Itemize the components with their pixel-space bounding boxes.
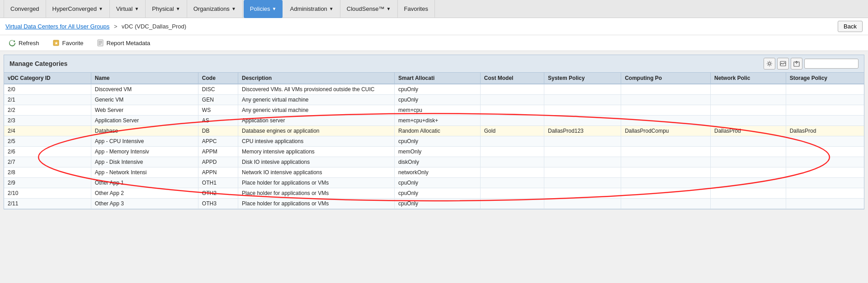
table-cell	[480, 157, 544, 167]
table-cell	[786, 84, 864, 95]
table-cell: 2/3	[4, 116, 91, 126]
back-button[interactable]: Back	[838, 21, 863, 32]
table-cell: 2/4	[4, 126, 91, 136]
table-cell	[711, 147, 786, 157]
table-cell: Network IO intensive applications	[238, 167, 395, 178]
gear-icon	[766, 60, 773, 67]
table-cell	[711, 188, 786, 199]
table-cell	[786, 147, 864, 157]
image-tool-button[interactable]	[777, 58, 789, 70]
table-row[interactable]: 2/2Web ServerWSAny generic virtual machi…	[4, 105, 864, 116]
col-header-smart: Smart Allocati	[395, 73, 481, 84]
table-cell	[544, 147, 621, 157]
breadcrumb-link[interactable]: Virtual Data Centers for All User Groups	[5, 23, 109, 30]
top-navigation: Converged HyperConverged ▼ Virtual ▼ Phy…	[0, 0, 868, 18]
col-header-network: Network Polic	[711, 73, 786, 84]
categories-table: vDC Category ID Name Code Description Sm…	[4, 73, 864, 209]
section-search-input[interactable]	[804, 59, 859, 69]
table-cell: cpuOnly	[395, 84, 481, 95]
nav-organizations[interactable]: Organizations ▼	[187, 0, 243, 18]
table-cell: Other App 3	[91, 199, 198, 209]
breadcrumb-separator: >	[114, 23, 118, 30]
table-cell	[544, 136, 621, 147]
table-row[interactable]: 2/5App - CPU IntensiveAPPCCPU intesive a…	[4, 136, 864, 147]
refresh-button[interactable]: Refresh	[5, 37, 42, 48]
table-cell	[480, 84, 544, 95]
breadcrumb-row: Virtual Data Centers for All User Groups…	[0, 18, 868, 35]
settings-tool-button[interactable]	[764, 58, 775, 70]
col-header-name: Name	[91, 73, 198, 84]
table-cell	[786, 116, 864, 126]
table-cell: 2/11	[4, 199, 91, 209]
breadcrumb: Virtual Data Centers for All User Groups…	[5, 23, 186, 30]
table-cell	[621, 178, 711, 188]
table-cell: APPN	[198, 167, 238, 178]
table-row[interactable]: 2/4DatabaseDBDatabase engines or applica…	[4, 126, 864, 136]
nav-favorites[interactable]: Favorites	[398, 0, 435, 18]
table-cell: Random Allocatic	[395, 126, 481, 136]
table-cell: 2/5	[4, 136, 91, 147]
table-cell: Database	[91, 126, 198, 136]
table-cell: 2/6	[4, 147, 91, 157]
table-cell: mem+cpu	[395, 105, 481, 116]
col-header-description: Description	[238, 73, 395, 84]
nav-hyperconverged-arrow: ▼	[99, 6, 103, 11]
col-header-cost: Cost Model	[480, 73, 544, 84]
table-cell	[786, 178, 864, 188]
table-cell: diskOnly	[395, 157, 481, 167]
table-cell	[711, 199, 786, 209]
table-cell: cpuOnly	[395, 136, 481, 147]
table-cell: Place holder for applications or VMs	[238, 188, 395, 199]
nav-policies[interactable]: Policies ▼	[244, 0, 283, 18]
table-cell: OTH3	[198, 199, 238, 209]
table-cell: DISC	[198, 84, 238, 95]
table-row[interactable]: 2/7App - Disk IntensiveAPPDDisk IO intes…	[4, 157, 864, 167]
nav-organizations-arrow: ▼	[231, 6, 236, 11]
table-cell	[786, 105, 864, 116]
table-cell: APPM	[198, 147, 238, 157]
table-row[interactable]: 2/8App - Network IntensiAPPNNetwork IO i…	[4, 167, 864, 178]
table-cell	[711, 116, 786, 126]
table-cell: cpuOnly	[395, 199, 481, 209]
nav-cloudsense[interactable]: CloudSense™ ▼	[340, 0, 398, 18]
table-row[interactable]: 2/9Other App 1OTH1Place holder for appli…	[4, 178, 864, 188]
report-metadata-button[interactable]: Report Metadata	[94, 37, 153, 48]
table-cell: APPC	[198, 136, 238, 147]
table-cell	[544, 167, 621, 178]
nav-physical[interactable]: Physical ▼	[146, 0, 187, 18]
nav-virtual[interactable]: Virtual ▼	[110, 0, 146, 18]
table-cell: GEN	[198, 95, 238, 105]
categories-table-container: vDC Category ID Name Code Description Sm…	[4, 72, 864, 209]
export-tool-button[interactable]	[791, 58, 802, 70]
table-cell: 2/0	[4, 84, 91, 95]
nav-converged[interactable]: Converged	[4, 0, 46, 18]
table-row[interactable]: 2/11Other App 3OTH3Place holder for appl…	[4, 199, 864, 209]
table-cell: App - Network Intensi	[91, 167, 198, 178]
nav-hyperconverged[interactable]: HyperConverged ▼	[46, 0, 110, 18]
favorite-button[interactable]: ★ Favorite	[49, 37, 86, 48]
table-cell	[786, 167, 864, 178]
table-cell	[480, 167, 544, 178]
table-cell	[480, 116, 544, 126]
table-cell	[544, 105, 621, 116]
table-cell	[786, 199, 864, 209]
table-row[interactable]: 2/6App - Memory IntensivAPPMMemory inten…	[4, 147, 864, 157]
table-cell: WS	[198, 105, 238, 116]
table-row[interactable]: 2/1Generic VMGENAny generic virtual mach…	[4, 95, 864, 105]
table-cell	[621, 188, 711, 199]
nav-administration[interactable]: Administration ▼	[283, 0, 340, 18]
table-cell	[480, 199, 544, 209]
table-cell: DB	[198, 126, 238, 136]
table-cell: OTH1	[198, 178, 238, 188]
col-header-storage: Storage Policy	[786, 73, 864, 84]
table-row[interactable]: 2/10Other App 2OTH2Place holder for appl…	[4, 188, 864, 199]
table-row[interactable]: 2/0Discovered VMDISCDiscovered VMs. All …	[4, 84, 864, 95]
table-cell: Place holder for applications or VMs	[238, 199, 395, 209]
col-header-system-policy: System Policy	[544, 73, 621, 84]
table-cell	[480, 188, 544, 199]
table-cell	[544, 95, 621, 105]
table-row[interactable]: 2/3Application ServerASApplication serve…	[4, 116, 864, 126]
table-cell: App - Disk Intensive	[91, 157, 198, 167]
table-cell	[786, 136, 864, 147]
table-cell: cpuOnly	[395, 178, 481, 188]
